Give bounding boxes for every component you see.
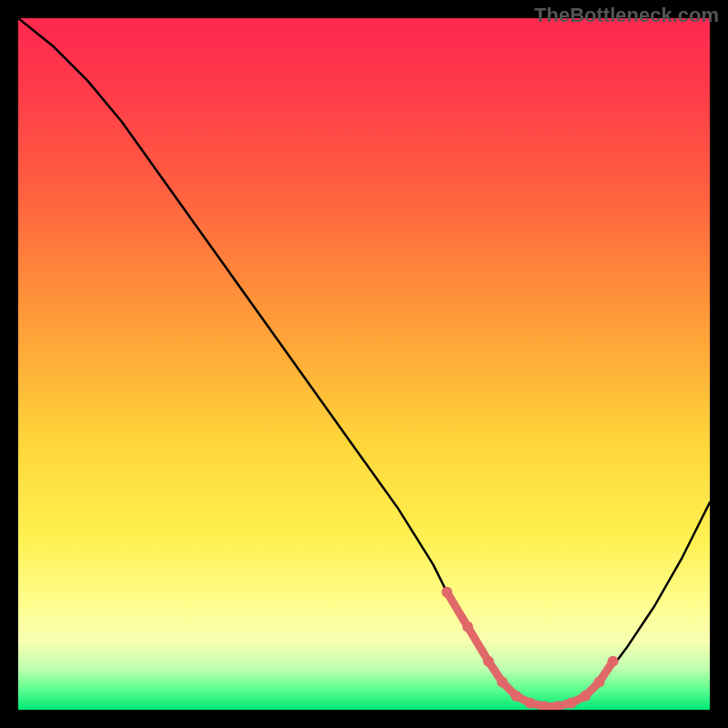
valley-dot: [483, 656, 494, 667]
chart-plot-area: [18, 18, 710, 710]
valley-dot: [566, 697, 577, 708]
valley-dot: [441, 587, 452, 598]
valley-dot: [608, 656, 619, 667]
valley-segment: [468, 627, 489, 662]
valley-dot: [580, 691, 591, 702]
valley-dot: [511, 691, 521, 702]
chart-line-curve: [18, 18, 710, 706]
valley-segment: [447, 592, 468, 627]
valley-dot: [524, 697, 535, 708]
valley-dot: [593, 677, 604, 688]
watermark-text: TheBottleneck.com: [534, 4, 719, 27]
chart-svg: [18, 18, 710, 710]
valley-dot: [497, 677, 508, 688]
valley-dot: [462, 622, 473, 632]
chart-valley-highlight: [441, 587, 618, 710]
